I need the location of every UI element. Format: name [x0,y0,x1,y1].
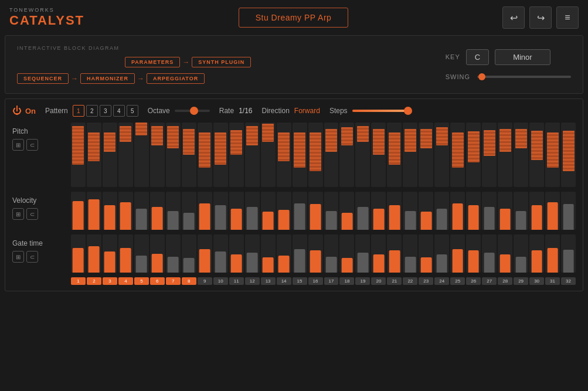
velocity-step-26[interactable] [466,192,481,230]
redo-button[interactable]: ↪ [529,6,552,29]
pitch-step-1[interactable] [71,123,86,187]
gate-btn1[interactable]: ⊞ [12,251,24,263]
velocity-step-30[interactable] [529,192,544,230]
pitch-step-26[interactable] [466,123,481,187]
velocity-step-7[interactable] [166,192,181,230]
pitch-step-22[interactable] [403,123,417,187]
pitch-btn2[interactable]: ⊂ [26,139,38,151]
velocity-step-6[interactable] [150,192,165,230]
velocity-step-25[interactable] [450,192,465,230]
step-number-29[interactable]: 29 [514,277,528,285]
pitch-btn1[interactable]: ⊞ [12,139,24,151]
step-number-11[interactable]: 11 [229,277,244,285]
pitch-step-28[interactable] [498,123,512,187]
pitch-step-14[interactable] [277,123,291,187]
velocity-step-2[interactable] [87,192,101,230]
gate-step-28[interactable] [498,234,512,273]
velocity-step-3[interactable] [103,192,117,230]
step-number-6[interactable]: 6 [150,277,165,285]
step-number-20[interactable]: 20 [371,277,386,285]
pitch-step-7[interactable] [166,123,181,187]
velocity-step-4[interactable] [118,192,133,230]
pitch-step-32[interactable] [561,123,576,187]
step-number-1[interactable]: 1 [71,277,86,285]
pitch-step-17[interactable] [324,123,339,187]
pitch-step-11[interactable] [229,123,244,187]
velocity-btn1[interactable]: ⊞ [12,208,24,220]
pitch-step-5[interactable] [134,123,149,187]
pitch-step-29[interactable] [514,123,528,187]
gate-step-31[interactable] [545,234,560,273]
pattern-btn-5[interactable]: 5 [127,105,138,117]
gate-step-2[interactable] [87,234,101,273]
gate-step-12[interactable] [245,234,260,273]
velocity-step-12[interactable] [245,192,260,230]
gate-step-20[interactable] [371,234,386,273]
gate-step-7[interactable] [166,234,181,273]
harmonizer-box[interactable]: HARMONIZER [80,73,135,84]
key-mode-button[interactable]: Minor [495,49,550,65]
pitch-step-18[interactable] [339,123,354,187]
pitch-step-13[interactable] [261,123,276,187]
velocity-step-19[interactable] [355,192,370,230]
step-number-8[interactable]: 8 [182,277,196,285]
pattern-btn-2[interactable]: 2 [86,105,98,117]
pitch-step-20[interactable] [371,123,386,187]
gate-step-10[interactable] [213,234,228,273]
step-number-30[interactable]: 30 [529,277,544,285]
step-number-32[interactable]: 32 [561,277,576,285]
step-number-2[interactable]: 2 [87,277,101,285]
gate-step-27[interactable] [482,234,497,273]
octave-slider[interactable] [175,110,210,112]
step-number-27[interactable]: 27 [482,277,497,285]
pitch-step-27[interactable] [482,123,497,187]
steps-slider[interactable] [352,110,411,112]
velocity-step-18[interactable] [339,192,354,230]
gate-step-30[interactable] [529,234,544,273]
gate-step-19[interactable] [355,234,370,273]
pitch-step-2[interactable] [87,123,101,187]
gate-step-26[interactable] [466,234,481,273]
velocity-step-32[interactable] [561,192,576,230]
gate-step-16[interactable] [308,234,323,273]
velocity-step-24[interactable] [434,192,449,230]
pitch-step-30[interactable] [529,123,544,187]
pitch-step-9[interactable] [198,123,212,187]
pitch-step-21[interactable] [387,123,402,187]
pitch-step-25[interactable] [450,123,465,187]
pattern-btn-1[interactable]: 1 [73,105,84,117]
velocity-step-31[interactable] [545,192,560,230]
step-number-4[interactable]: 4 [118,277,133,285]
gate-step-11[interactable] [229,234,244,273]
pitch-step-24[interactable] [434,123,449,187]
velocity-step-29[interactable] [514,192,528,230]
pitch-step-10[interactable] [213,123,228,187]
step-number-15[interactable]: 15 [293,277,307,285]
step-number-13[interactable]: 13 [261,277,276,285]
pitch-step-12[interactable] [245,123,260,187]
gate-step-29[interactable] [514,234,528,273]
pitch-step-15[interactable] [293,123,307,187]
velocity-step-28[interactable] [498,192,512,230]
step-number-5[interactable]: 5 [134,277,149,285]
step-number-25[interactable]: 25 [450,277,465,285]
step-number-19[interactable]: 19 [355,277,370,285]
gate-step-14[interactable] [277,234,291,273]
gate-step-6[interactable] [150,234,165,273]
velocity-step-8[interactable] [182,192,196,230]
gate-step-24[interactable] [434,234,449,273]
velocity-step-14[interactable] [277,192,291,230]
velocity-step-13[interactable] [261,192,276,230]
gate-step-21[interactable] [387,234,402,273]
menu-button[interactable]: ≡ [556,6,579,29]
velocity-step-17[interactable] [324,192,339,230]
gate-step-8[interactable] [182,234,196,273]
gate-step-23[interactable] [419,234,433,273]
gate-step-25[interactable] [450,234,465,273]
velocity-step-21[interactable] [387,192,402,230]
step-number-10[interactable]: 10 [213,277,228,285]
velocity-step-15[interactable] [293,192,307,230]
gate-step-4[interactable] [118,234,133,273]
pitch-step-6[interactable] [150,123,165,187]
arpeggiator-box[interactable]: ARPEGGIATOR [147,73,205,84]
